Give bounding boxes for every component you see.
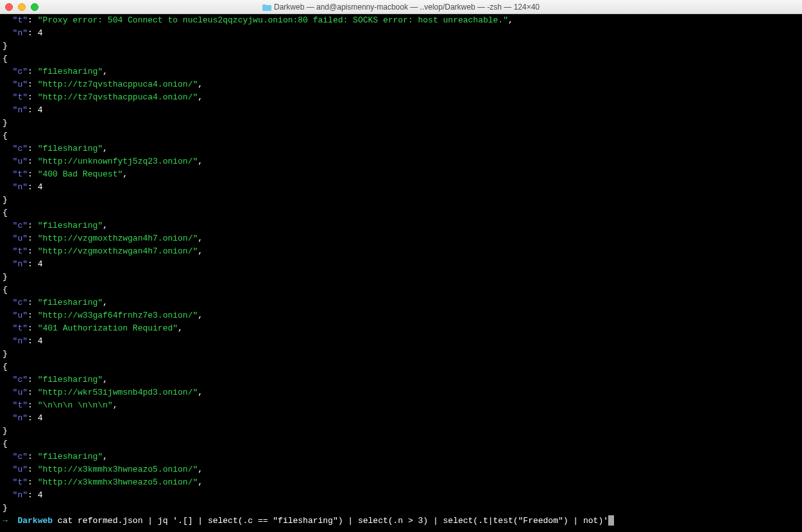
json-line: "u": "http://wkr53ijwmsnb4pd3.onion/", <box>0 386 802 399</box>
close-button[interactable] <box>5 3 13 11</box>
json-line: "n": 4 <box>0 27 802 40</box>
prompt-arrow-icon: → <box>3 516 8 526</box>
json-line: "t": "http://x3kmmhx3hwneazo5.onion/", <box>0 476 802 489</box>
json-close-brace: } <box>0 40 802 53</box>
json-open-brace: { <box>0 53 802 65</box>
json-line: "c": "filesharing", <box>0 450 802 463</box>
json-line: "n": 4 <box>0 104 802 117</box>
json-line: "n": 4 <box>0 181 802 194</box>
terminal-content[interactable]: "t": "Proxy error: 504 Connect to nucleu… <box>0 14 802 532</box>
window-title-bar: Darkweb — and@apismenny-macbook — ..velo… <box>0 0 802 14</box>
json-open-brace: { <box>0 438 802 450</box>
json-line: "n": 4 <box>0 489 802 502</box>
json-line: "n": 4 <box>0 335 802 348</box>
folder-icon <box>262 3 271 11</box>
json-line: "t": "http://vzgmoxthzwgan4h7.onion/", <box>0 245 802 258</box>
json-close-brace: } <box>0 425 802 438</box>
window-title-text: Darkweb — and@apismenny-macbook — ..velo… <box>274 3 540 12</box>
minimize-button[interactable] <box>18 3 26 11</box>
command-text: cat reformed.json | jq '.[] | select(.c … <box>58 516 608 526</box>
json-line: "c": "filesharing", <box>0 373 802 386</box>
prompt-line[interactable]: → Darkweb cat reformed.json | jq '.[] | … <box>0 515 802 528</box>
json-line: "u": "http://w33gaf64frnhz7e3.onion/", <box>0 309 802 322</box>
json-line: "c": "filesharing", <box>0 296 802 309</box>
window-title: Darkweb — and@apismenny-macbook — ..velo… <box>262 3 540 12</box>
json-line: "c": "filesharing", <box>0 65 802 78</box>
json-line: "t": "400 Bad Request", <box>0 168 802 181</box>
json-line: "t": "401 Authorization Required", <box>0 322 802 335</box>
cursor <box>608 515 614 526</box>
json-close-brace: } <box>0 502 802 515</box>
json-line: "t": "http://tz7qvsthacppuca4.onion/", <box>0 91 802 104</box>
json-close-brace: } <box>0 194 802 207</box>
json-line: "t": "\n\n\n \n\n\n", <box>0 399 802 412</box>
json-line: "c": "filesharing", <box>0 142 802 155</box>
prompt-directory: Darkweb <box>17 516 53 526</box>
json-line: "u": "http://tz7qvsthacppuca4.onion/", <box>0 78 802 91</box>
traffic-lights <box>5 3 38 11</box>
json-close-brace: } <box>0 348 802 361</box>
json-line: "n": 4 <box>0 258 802 271</box>
json-close-brace: } <box>0 271 802 284</box>
json-open-brace: { <box>0 207 802 219</box>
json-close-brace: } <box>0 117 802 130</box>
json-open-brace: { <box>0 284 802 296</box>
json-line: "t": "Proxy error: 504 Connect to nucleu… <box>0 14 802 27</box>
json-line: "u": "http://vzgmoxthzwgan4h7.onion/", <box>0 232 802 245</box>
json-open-brace: { <box>0 361 802 373</box>
json-open-brace: { <box>0 130 802 142</box>
maximize-button[interactable] <box>31 3 38 11</box>
json-line: "u": "http://unknownfytj5zq23.onion/", <box>0 155 802 168</box>
json-line: "n": 4 <box>0 412 802 425</box>
json-line: "u": "http://x3kmmhx3hwneazo5.onion/", <box>0 463 802 476</box>
json-line: "c": "filesharing", <box>0 219 802 232</box>
